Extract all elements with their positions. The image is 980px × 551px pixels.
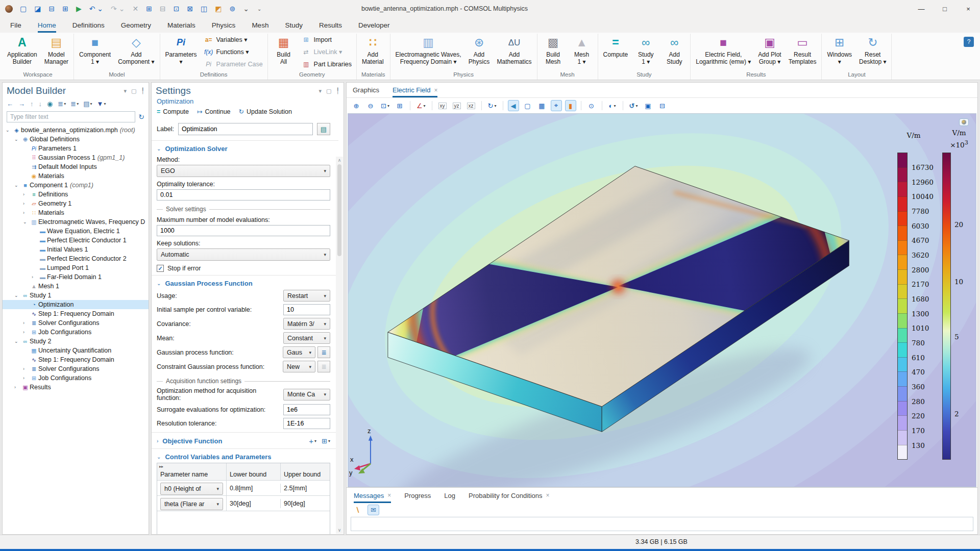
tree-item[interactable]: ⌄ ⊕ Global Definitions (3, 135, 149, 144)
3d-plot[interactable]: z x y (348, 114, 976, 487)
toolbar-button[interactable]: ≣ ▾ (70, 100, 79, 108)
pin-panel-icon[interactable]: ╿ (336, 88, 339, 94)
graphics-toolbar-button[interactable]: ▣ (642, 100, 653, 111)
upper-bound-cell[interactable]: 2.5[mm] (281, 484, 330, 493)
tree-item[interactable]: ▬ Wave Equation, Electric 1 (3, 227, 149, 236)
resize-columns-icon[interactable]: ▸▸ (159, 464, 163, 469)
close-tab-icon[interactable]: × (546, 492, 550, 499)
graphics-toolbar-button[interactable]: ⊡ ▾ (379, 100, 391, 111)
tree-expander-icon[interactable]: › (14, 385, 21, 390)
graphics-toolbar-button[interactable]: ⊖ (365, 100, 376, 111)
tree-item[interactable]: › ⊞ Job Configurations (3, 328, 149, 337)
tree-item[interactable]: › ∷ Materials (3, 208, 149, 217)
undo-icon[interactable]: ↶ ⌄ (89, 5, 103, 12)
float-panel-icon[interactable]: ▢ (326, 88, 331, 94)
stop-if-error-checkbox[interactable]: ✓ (157, 265, 164, 272)
tree-expander-icon[interactable]: › (32, 274, 38, 280)
objective-tool-button[interactable]: +▾ (309, 437, 316, 445)
toolbar-button[interactable]: ▤ ▾ (83, 100, 92, 108)
paste-icon[interactable]: ⊟ (160, 5, 166, 12)
tree-expander-icon[interactable]: › (23, 375, 30, 381)
label-field-input[interactable] (178, 123, 313, 135)
objective-tool-button[interactable]: ⊞▾ (322, 437, 330, 445)
menu-item[interactable]: Physics (212, 17, 236, 33)
menu-item[interactable]: Home (38, 17, 56, 33)
redo-icon[interactable]: ↷ ⌄ (111, 5, 125, 12)
tree-item[interactable]: ◉ Materials (3, 171, 149, 181)
ribbon-item[interactable]: ⊞ Windows ▾ (824, 34, 854, 71)
graphics-toolbar-button[interactable]: ▢ (522, 100, 533, 111)
messages-tab[interactable]: Log (444, 488, 455, 503)
initial-sample-input[interactable] (283, 304, 330, 315)
scrollbar-thumb[interactable] (337, 164, 341, 256)
messages-toolbar-button[interactable]: ✉ (368, 505, 379, 515)
ribbon-item[interactable]: ∷ Add Material (359, 34, 386, 71)
graphics-toolbar-button[interactable]: ⊞ (394, 100, 405, 111)
upper-bound-cell[interactable]: 90[deg] (281, 499, 330, 508)
graphics-toolbar-button[interactable]: ◀ (508, 100, 519, 111)
graphics-toolbar-button[interactable]: ∠ ▾ (415, 100, 427, 111)
messages-tab[interactable]: Probability for Conditions × (469, 488, 550, 503)
tree-item[interactable]: ⌄ ◈ bowtie_antenna_optimization.mph (roo… (3, 126, 149, 135)
ribbon-item[interactable]: Pi Parameters ▾ (163, 34, 200, 71)
settings-toolbar-button[interactable]: ↦ Continue (197, 108, 231, 115)
tree-item[interactable]: ▬ Perfect Electric Conductor 1 (3, 236, 149, 245)
tree-expander-icon[interactable]: ⌄ (14, 137, 21, 142)
ribbon-item[interactable]: = Compute (601, 34, 631, 71)
graphics-toolbar-button[interactable]: ⊕ (351, 100, 362, 111)
copy-icon[interactable]: ⊞ (146, 5, 152, 12)
toolbar-button[interactable]: ▼ ▾ (97, 100, 106, 108)
table-header-upper[interactable]: Upper bound (281, 463, 330, 480)
menu-item[interactable]: Materials (167, 17, 195, 33)
usage-dropdown[interactable]: Restart▾ (283, 290, 330, 302)
tree-item[interactable]: ⠿ Gaussian Process 1 (gpm1_1) (3, 153, 149, 162)
tree-item[interactable]: ⇉ Default Model Inputs (3, 162, 149, 171)
graphics-toolbar-button[interactable]: xy (437, 100, 448, 111)
open-file-icon[interactable]: ◪ (34, 5, 41, 12)
graphics-toolbar-button[interactable]: ↻ ▾ (486, 100, 498, 111)
ribbon-item[interactable]: ∞ Add Study (661, 34, 688, 71)
graphics-toolbar-button[interactable] (481, 101, 482, 110)
tree-expander-icon[interactable]: ⌄ (6, 128, 12, 133)
viewport-context-button[interactable] (959, 118, 969, 126)
tree-item[interactable]: ⌄ ■ Component 1 (comp1) (3, 181, 149, 190)
tree-item[interactable]: ▬ Lumped Port 1 (3, 263, 149, 272)
graphics-toolbar-button[interactable]: ▦ (536, 100, 548, 111)
lower-bound-cell[interactable]: 0.8[mm] (227, 484, 281, 493)
tree-item[interactable]: ⌄ ▥ Electromagnetic Waves, Frequency D (3, 217, 149, 227)
mean-dropdown[interactable]: Constant▾ (283, 332, 330, 344)
tree-item[interactable]: › ▬ Far-Field Domain 1 (3, 272, 149, 282)
keep-solutions-dropdown[interactable]: Automatic ▾ (157, 248, 330, 261)
duplicate-icon[interactable]: ⊡ (174, 5, 180, 12)
comsol-logo-icon[interactable] (5, 5, 13, 13)
tree-filter-input[interactable] (7, 111, 135, 122)
menu-item[interactable]: Mesh (252, 17, 268, 33)
minimize-button[interactable]: — (910, 0, 933, 17)
ribbon-item[interactable]: ⇄ LiveLink ▾ (299, 46, 354, 58)
tree-item[interactable]: ⌄ ∞ Study 2 (3, 337, 149, 346)
graphics-toolbar-button[interactable]: ⌖ (551, 100, 562, 111)
settings-scrollbar[interactable]: ∧ ∨ (336, 157, 343, 534)
close-tab-icon[interactable]: × (387, 492, 391, 499)
tree-item[interactable]: › ≡ Definitions (3, 190, 149, 199)
constraint-gp-dropdown[interactable]: New▾ (283, 361, 315, 372)
graphics-toolbar-button[interactable] (602, 101, 602, 110)
graphics-toolbar-button[interactable]: ▮ (565, 100, 576, 111)
messages-tab[interactable]: Messages × (354, 488, 391, 503)
tree-item[interactable]: › ⊞ Job Configurations (3, 373, 149, 383)
tree-item[interactable]: ▬ Initial Values 1 (3, 245, 149, 254)
optimality-tolerance-input[interactable] (157, 189, 330, 201)
graphics-toolbar-button[interactable]: ◐ ▾ (607, 100, 618, 111)
ribbon-item[interactable]: ▥ Part Libraries (299, 58, 354, 70)
max-evaluations-input[interactable] (157, 225, 330, 236)
customize-toolbar-icon[interactable]: ⌄ (243, 5, 249, 12)
covariance-dropdown[interactable]: Matérn 3/▾ (283, 318, 330, 330)
toolbar-button[interactable]: ≣ ▾ (58, 100, 66, 108)
toolbar-button[interactable]: ↑ (30, 100, 34, 108)
ribbon-item[interactable]: ΔU Add Mathematics (495, 34, 534, 71)
scroll-up-icon[interactable]: ∧ (338, 158, 341, 163)
graphics-tab[interactable]: Electric Field × (393, 83, 437, 97)
graphics-toolbar-button[interactable]: xz (465, 100, 477, 111)
tree-expander-icon[interactable]: ⌄ (14, 183, 21, 188)
messages-content[interactable] (351, 517, 973, 531)
